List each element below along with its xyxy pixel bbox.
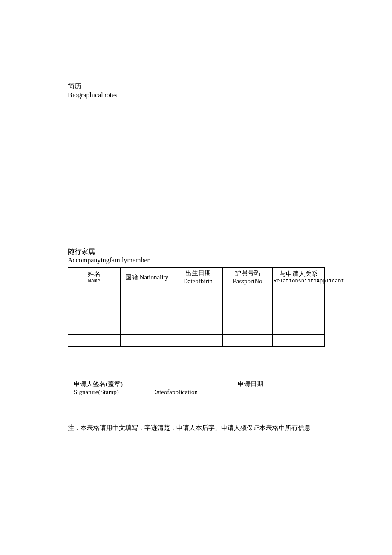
bio-title-cn: 简历 <box>68 82 328 91</box>
header-nationality: 国籍 Nationality <box>121 268 173 287</box>
date-application-en: _Dateofapplication <box>149 388 198 397</box>
cell-passport[interactable] <box>223 311 273 323</box>
cell-relationship[interactable] <box>273 299 325 311</box>
header-dob-en: Dateofbirth <box>174 277 222 285</box>
cell-relationship[interactable] <box>273 311 325 323</box>
cell-dob[interactable] <box>173 299 223 311</box>
family-table: 姓名 Name 国籍 Nationality 出生日期 Dateofbirth … <box>68 267 325 347</box>
cell-name[interactable] <box>68 323 121 334</box>
cell-passport[interactable] <box>223 334 273 346</box>
header-passport-cn: 护照号码 <box>235 270 260 276</box>
table-row <box>68 299 325 311</box>
cell-name[interactable] <box>68 311 121 323</box>
bio-title-en: Biographicalnotes <box>68 91 328 100</box>
cell-dob[interactable] <box>173 323 223 334</box>
header-relationship: 与申请人关系 RelationshiptoApplicant <box>273 268 325 287</box>
note-text: 注：本表格请用中文填写，字迹清楚，申请人本后字。申请人须保证本表格中所有信息 <box>68 423 328 433</box>
header-dob-cn: 出生日期 <box>185 270 211 276</box>
signature-row: 申请人签名(盖章) Signature(Stamp) _Dateofapplic… <box>68 380 328 397</box>
signature-label-block: 申请人签名(盖章) Signature(Stamp) <box>74 380 149 397</box>
table-row <box>68 287 325 299</box>
cell-dob[interactable] <box>173 334 223 346</box>
header-nationality-text: 国籍 Nationality <box>125 274 168 281</box>
cell-nationality[interactable] <box>121 334 173 346</box>
cell-nationality[interactable] <box>121 287 173 299</box>
header-dob: 出生日期 Dateofbirth <box>173 268 223 287</box>
cell-dob[interactable] <box>173 287 223 299</box>
cell-passport[interactable] <box>223 323 273 334</box>
table-row <box>68 334 325 346</box>
cell-nationality[interactable] <box>121 323 173 334</box>
cell-nationality[interactable] <box>121 311 173 323</box>
date-application-cn-block: 申请日期 <box>238 380 263 397</box>
header-passport: 护照号码 PassportNo <box>223 268 273 287</box>
date-application-en-block: _Dateofapplication <box>149 380 198 397</box>
header-passport-en: PassportNo <box>224 277 271 285</box>
table-header-row: 姓名 Name 国籍 Nationality 出生日期 Dateofbirth … <box>68 268 325 287</box>
cell-passport[interactable] <box>223 287 273 299</box>
signature-label-en: Signature(Stamp) <box>74 388 149 397</box>
table-row <box>68 323 325 334</box>
family-title-cn: 随行家属 <box>68 247 328 256</box>
header-name-cn: 姓名 <box>88 270 101 277</box>
header-name: 姓名 Name <box>68 268 121 287</box>
signature-label-cn: 申请人签名(盖章) <box>74 380 149 389</box>
header-relationship-cn: 与申请人关系 <box>280 270 318 277</box>
cell-name[interactable] <box>68 299 121 311</box>
cell-relationship[interactable] <box>273 323 325 334</box>
family-section: 随行家属 Accompanyingfamilymember 姓名 Name 国籍… <box>68 247 328 347</box>
cell-relationship[interactable] <box>273 287 325 299</box>
header-relationship-en: RelationshiptoApplicant <box>274 278 323 285</box>
header-name-en: Name <box>69 278 119 285</box>
cell-name[interactable] <box>68 334 121 346</box>
date-application-cn: 申请日期 <box>238 380 263 389</box>
family-title-en: Accompanyingfamilymember <box>68 256 328 265</box>
table-row <box>68 311 325 323</box>
bio-section: 简历 Biographicalnotes <box>68 82 328 100</box>
cell-relationship[interactable] <box>273 334 325 346</box>
cell-passport[interactable] <box>223 299 273 311</box>
cell-name[interactable] <box>68 287 121 299</box>
cell-nationality[interactable] <box>121 299 173 311</box>
cell-dob[interactable] <box>173 311 223 323</box>
